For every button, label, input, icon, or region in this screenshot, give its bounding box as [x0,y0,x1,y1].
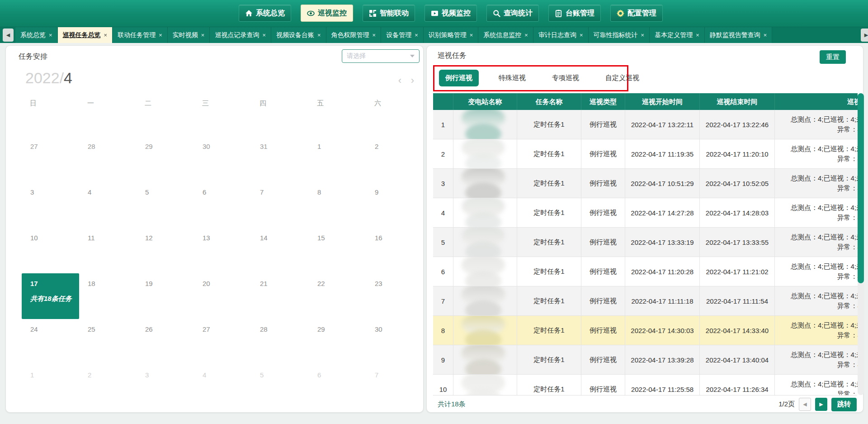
close-icon[interactable]: × [696,32,699,38]
calendar-day[interactable]: 23 [366,273,424,319]
calendar-day[interactable]: 22 [309,273,366,319]
page-next-icon[interactable]: ▶ [815,398,827,411]
close-icon[interactable]: × [317,32,321,38]
nav-button-system-overview[interactable]: 系统总览 [239,5,291,22]
calendar-day[interactable]: 21 [251,273,309,319]
workspace-tab[interactable]: 巡视点记录查询× [210,27,271,43]
calendar-next-icon[interactable]: › [411,76,414,86]
workspace-tab[interactable]: 实时视频× [168,27,210,43]
close-icon[interactable]: × [49,32,52,38]
calendar-day[interactable]: 27 [194,319,251,365]
workspace-tab[interactable]: 巡视任务总览× [58,27,113,43]
close-icon[interactable]: × [470,32,473,38]
workspace-tab[interactable]: 角色权限管理× [326,27,382,43]
table-row[interactable]: 3定时任务1例行巡视2022-04-17 10:51:292022-04-17 … [433,169,858,198]
close-icon[interactable]: × [580,32,583,38]
nav-button-config-mgmt[interactable]: 配置管理 [610,5,663,22]
calendar-day[interactable]: 20 [194,273,251,319]
close-icon[interactable]: × [159,32,162,38]
patrol-type-tab[interactable]: 特殊巡视 [492,70,532,86]
nav-button-video-monitor[interactable]: 视频监控 [425,5,477,22]
calendar-day[interactable]: 5 [251,365,309,410]
calendar-day[interactable]: 13 [194,228,251,273]
calendar-day[interactable]: 29 [137,136,194,182]
calendar-day[interactable]: 3 [137,365,194,410]
patrol-type-tab[interactable]: 例行巡视 [439,70,479,86]
workspace-tab[interactable]: 审计日志查询× [533,27,589,43]
patrol-type-tab[interactable]: 专项巡视 [546,70,585,86]
close-icon[interactable]: × [104,32,108,38]
calendar-day[interactable]: 10 [22,228,79,273]
workspace-tab[interactable]: 静默监视告警查询× [705,27,773,43]
workspace-tab[interactable]: 识别策略管理× [424,27,479,43]
close-icon[interactable]: × [201,32,205,38]
close-icon[interactable]: × [262,32,266,38]
workspace-tab[interactable]: 视频设备台账× [271,27,326,43]
station-select[interactable]: 请选择 [342,49,420,63]
calendar-day[interactable]: 2 [79,365,137,410]
calendar-day[interactable]: 4 [194,365,251,410]
calendar-day[interactable]: 30 [194,136,251,182]
calendar-day-selected[interactable]: 17共有18条任务 [22,273,79,319]
nav-button-ledger-mgmt[interactable]: 台账管理 [548,5,601,22]
workspace-tab[interactable]: 设备管理× [381,27,424,43]
calendar-day[interactable]: 14 [251,228,309,273]
jump-button[interactable]: 跳转 [831,398,857,411]
nav-button-smart-linkage[interactable]: 智能联动 [363,5,415,22]
close-icon[interactable]: × [641,32,645,38]
patrol-type-tab[interactable]: 自定义巡视 [599,70,646,86]
calendar-day[interactable]: 6 [309,365,366,410]
calendar-day[interactable]: 7 [366,365,424,410]
calendar-day[interactable]: 9 [366,182,424,228]
close-icon[interactable]: × [415,32,418,38]
close-icon[interactable]: × [764,32,767,38]
table-row[interactable]: 8定时任务1例行巡视2022-04-17 14:30:032022-04-17 … [433,316,858,345]
calendar-day[interactable]: 1 [22,365,79,410]
calendar-day[interactable]: 29 [309,319,366,365]
workspace-tab[interactable]: 系统信息监控× [478,27,533,43]
calendar-day[interactable]: 2 [366,136,424,182]
table-row[interactable]: 9定时任务1例行巡视2022-04-17 13:39:282022-04-17 … [433,345,858,375]
table-row[interactable]: 6定时任务1例行巡视2022-04-17 11:20:282022-04-17 … [433,257,858,286]
calendar-day[interactable]: 8 [309,182,366,228]
calendar-day[interactable]: 18 [79,273,137,319]
table-row[interactable]: 4定时任务1例行巡视2022-04-17 14:27:282022-04-17 … [433,198,858,228]
calendar-day[interactable]: 30 [366,319,424,365]
calendar-day[interactable]: 27 [22,136,79,182]
workspace-tab[interactable]: 基本定义管理× [650,27,705,43]
page-prev-icon[interactable]: ◀ [799,398,811,411]
table-scrollbar-thumb[interactable] [858,93,864,283]
table-scrollbar[interactable] [858,93,864,395]
nav-button-query-stats[interactable]: 查询统计 [486,5,539,22]
calendar-day[interactable]: 26 [137,319,194,365]
calendar-day[interactable]: 24 [22,319,79,365]
calendar-day[interactable]: 5 [137,182,194,228]
calendar-day[interactable]: 19 [137,273,194,319]
workspace-tab[interactable]: 联动任务管理× [113,27,168,43]
calendar-day[interactable]: 4 [79,182,137,228]
tabbar-scroll-left-icon[interactable]: ◀ [3,29,14,42]
table-row[interactable]: 5定时任务1例行巡视2022-04-17 13:33:192022-04-17 … [433,228,858,257]
calendar-day[interactable]: 11 [79,228,137,273]
close-icon[interactable]: × [373,32,376,38]
calendar-day[interactable]: 31 [251,136,309,182]
close-icon[interactable]: × [524,32,528,38]
calendar-day[interactable]: 12 [137,228,194,273]
calendar-prev-icon[interactable]: ‹ [398,76,401,86]
table-row[interactable]: 1定时任务1例行巡视2022-04-17 13:22:112022-04-17 … [433,110,858,139]
tabbar-scroll-right-icon[interactable]: ▶ [861,29,868,42]
table-row[interactable]: 7定时任务1例行巡视2022-04-17 11:11:182022-04-17 … [433,286,858,316]
calendar-day[interactable]: 7 [251,182,309,228]
calendar-day[interactable]: 28 [251,319,309,365]
reset-button[interactable]: 重置 [820,50,846,64]
calendar-day[interactable]: 6 [194,182,251,228]
calendar-day[interactable]: 28 [79,136,137,182]
calendar-day[interactable]: 16 [366,228,424,273]
workspace-tab[interactable]: 系统总览× [15,27,58,43]
nav-button-patrol-monitor[interactable]: 巡视监控 [301,5,353,22]
calendar-day[interactable]: 3 [22,182,79,228]
calendar-day[interactable]: 15 [309,228,366,273]
table-row[interactable]: 10定时任务1例行巡视2022-04-17 11:25:582022-04-17… [433,375,858,395]
workspace-tab[interactable]: 可靠性指标统计× [589,27,650,43]
table-row[interactable]: 2定时任务1例行巡视2022-04-17 11:19:352022-04-17 … [433,139,858,169]
